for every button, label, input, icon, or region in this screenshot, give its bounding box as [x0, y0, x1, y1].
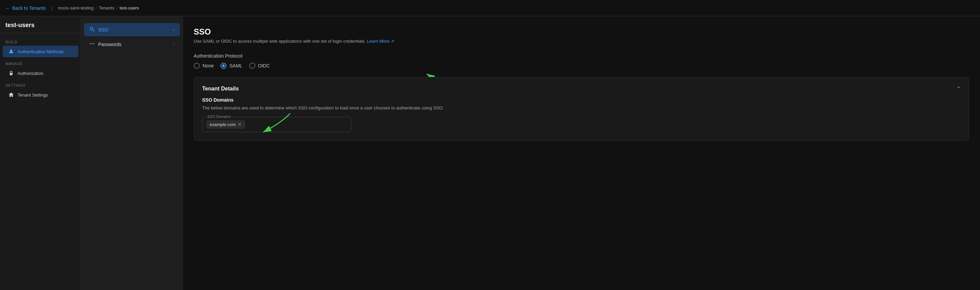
- key-icon: [89, 26, 95, 33]
- radio-oidc[interactable]: OIDC: [249, 63, 270, 69]
- main-content: SSO Use SAML or OIDC to access multiple …: [183, 16, 980, 290]
- back-to-tenants-button[interactable]: ← Back to Tenants: [5, 5, 46, 11]
- method-item-sso-left: SSO: [89, 26, 108, 33]
- sidebar-item-auth-methods-label: Authentication Methods: [18, 49, 64, 54]
- learn-more-link[interactable]: Learn More ⇗: [367, 38, 395, 44]
- breadcrumb-current: test-users: [119, 5, 139, 11]
- card-collapse-button[interactable]: ⌃: [956, 85, 961, 92]
- home-icon: [8, 92, 14, 98]
- sidebar-section-build: Build: [0, 36, 81, 45]
- tenant-details-card: Tenant Details ⌃ SSO Domains The below d…: [194, 77, 969, 140]
- back-arrow-icon: ←: [5, 5, 10, 11]
- radio-group: None SAML OIDC: [194, 63, 969, 69]
- breadcrumb: mock-saml-testing / Tenants / test-users: [58, 5, 139, 11]
- page-subtitle: Use SAML or OIDC to access multiple web …: [194, 38, 969, 44]
- topbar: ← Back to Tenants | mock-saml-testing / …: [0, 0, 980, 16]
- radio-oidc-label: OIDC: [258, 63, 270, 69]
- svg-point-5: [90, 43, 91, 45]
- radio-none-label: None: [202, 63, 214, 69]
- sidebar-section-settings: Settings: [0, 79, 81, 89]
- svg-rect-1: [10, 73, 13, 75]
- sidebar-item-authorization[interactable]: Authorization: [3, 67, 78, 79]
- method-item-sso-label: SSO: [98, 27, 108, 32]
- dots-icon: [89, 41, 95, 48]
- sso-domains-wrapper: SSO Domains example.com ✕: [202, 117, 961, 132]
- learn-more-label: Learn More: [367, 38, 390, 44]
- radio-saml-circle: [220, 63, 226, 69]
- protocol-section-label: Authentication Protocol: [194, 53, 969, 59]
- breadcrumb-sep2: /: [116, 5, 118, 11]
- radio-none[interactable]: None: [194, 63, 214, 69]
- sso-domains-title: SSO Domains: [202, 97, 961, 103]
- sso-domains-input-container[interactable]: SSO Domains example.com ✕: [202, 117, 351, 132]
- passwords-chevron-icon: ›: [173, 42, 174, 47]
- radio-oidc-circle: [249, 63, 255, 69]
- sidebar-item-tenant-settings[interactable]: Tenant Settings: [3, 89, 78, 100]
- example-com-tag: example.com ✕: [207, 121, 245, 128]
- sidebar-item-tenant-settings-label: Tenant Settings: [18, 92, 48, 97]
- breadcrumb-tenant: mock-saml-testing: [58, 5, 94, 11]
- tag-value: example.com: [210, 122, 236, 127]
- svg-point-7: [94, 43, 94, 45]
- topbar-divider: |: [51, 5, 52, 11]
- radio-none-circle: [194, 63, 200, 69]
- middle-panel: SSO › Passwords ›: [81, 16, 183, 290]
- tag-close-button[interactable]: ✕: [238, 122, 242, 127]
- external-link-icon: ⇗: [391, 38, 395, 44]
- lock-icon: [8, 70, 14, 76]
- sidebar: test-users Build Authentication Methods …: [0, 16, 81, 290]
- method-item-sso[interactable]: SSO ›: [84, 23, 180, 36]
- sso-chevron-icon: ›: [173, 27, 174, 32]
- sso-domains-desc: The below domains are used to determine …: [202, 105, 961, 112]
- input-label: SSO Domains: [206, 115, 232, 119]
- sidebar-title: test-users: [0, 22, 81, 33]
- sidebar-item-authorization-label: Authorization: [18, 71, 43, 76]
- card-header: Tenant Details ⌃: [202, 85, 961, 92]
- subtitle-text: Use SAML or OIDC to access multiple web …: [194, 38, 367, 44]
- page-title: SSO: [194, 27, 969, 37]
- layout: test-users Build Authentication Methods …: [0, 16, 980, 290]
- radio-saml[interactable]: SAML: [220, 63, 242, 69]
- method-item-passwords[interactable]: Passwords ›: [84, 38, 180, 51]
- breadcrumb-sep1: /: [95, 5, 97, 11]
- breadcrumb-section: Tenants: [99, 5, 115, 11]
- method-item-passwords-label: Passwords: [98, 41, 121, 47]
- back-label: Back to Tenants: [12, 5, 46, 11]
- sidebar-section-manage: Manage: [0, 57, 81, 67]
- sidebar-item-auth-methods[interactable]: Authentication Methods: [3, 46, 78, 57]
- user-icon: [8, 48, 14, 54]
- svg-point-6: [92, 43, 93, 45]
- radio-saml-label: SAML: [229, 63, 242, 69]
- method-item-passwords-left: Passwords: [89, 41, 121, 48]
- card-title: Tenant Details: [202, 86, 239, 92]
